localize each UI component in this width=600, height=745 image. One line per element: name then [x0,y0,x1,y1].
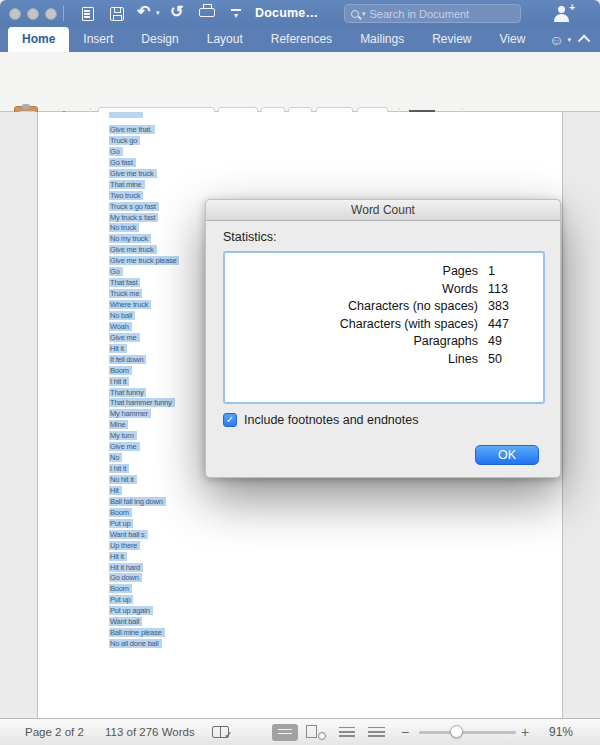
document-line[interactable]: Go [109,140,179,151]
document-line[interactable]: No all done ball [109,632,179,643]
document-line[interactable]: Put up again [109,599,179,610]
ribbon-tab[interactable]: Home [8,27,69,52]
document-line[interactable]: My turn [109,424,179,435]
search-input[interactable] [370,8,514,20]
document-line[interactable]: Boom [109,577,179,588]
document-line[interactable]: Go fast [109,151,179,162]
document-line[interactable]: Put up [109,512,179,523]
zoom-level-label[interactable]: 91% [549,719,573,745]
document-line[interactable]: Where truck [109,293,179,304]
notebook-layout-view-button[interactable] [306,725,326,740]
document-line[interactable]: Truck me [109,282,179,293]
document-line[interactable]: Give me [109,326,179,337]
document-line[interactable]: Hit [109,479,179,490]
zoom-in-button[interactable]: + [521,719,529,745]
document-line[interactable]: My truck s fast [109,206,179,217]
notebook-page [306,725,317,738]
statistic-label: Words [225,281,478,299]
notebook-clock [318,732,326,740]
ribbon-tab[interactable]: Layout [193,27,257,52]
statistic-value: 49 [488,333,543,351]
search-field[interactable]: ▾ [344,4,521,23]
search-icon [351,10,359,18]
zoom-window-button[interactable] [45,8,57,20]
word-count-status[interactable]: 113 of 276 Words [105,719,195,745]
document-line[interactable]: Go down [109,566,179,577]
selected-text: No all done ball [109,639,162,648]
document-line[interactable]: Hit it hard [109,556,179,567]
document-line[interactable]: No hit it [109,468,179,479]
print-layout-lines [278,729,292,737]
undo-dropdown-icon[interactable]: ▾ [156,9,160,17]
document-line[interactable]: That funny [109,381,179,392]
document-line[interactable]: No my truck [109,227,179,238]
page-count-status[interactable]: Page 2 of 2 [25,719,84,745]
draft-view-button[interactable] [368,727,385,738]
document-line[interactable]: Put up [109,588,179,599]
statistic-row: Pages 1 [225,263,543,281]
ribbon-tab[interactable]: View [486,27,540,52]
document-line[interactable]: Woah [109,315,179,326]
document-line[interactable]: Want ball s [109,523,179,534]
feedback-smiley-icon[interactable]: ☺ [549,32,563,48]
document-line[interactable]: That mine [109,173,179,184]
close-window-button[interactable] [9,8,21,20]
titlebar-divider [63,6,64,21]
statistics-box: Pages 1 Words 113 Characters (no spaces)… [223,251,545,404]
document-line[interactable]: That fast [109,271,179,282]
document-line[interactable]: Ball mine please [109,621,179,632]
toolbar-options-icon[interactable]: ▾ [231,9,241,19]
document-line[interactable]: No [109,446,179,457]
redo-icon[interactable]: ↺ [170,4,183,20]
selected-text-lines: Give me that. Truck go Go Go fast Give m… [109,118,179,643]
ribbon-tab[interactable]: Design [127,27,192,52]
zoom-slider-track[interactable] [419,731,516,734]
search-scope-caret-icon[interactable]: ▾ [362,10,366,18]
dialog-body: Statistics: Pages 1 Words 113 Characters… [206,221,560,427]
ok-button[interactable]: OK [475,445,539,465]
ribbon-tab[interactable]: Insert [69,27,127,52]
outline-view-button[interactable] [339,727,355,738]
save-icon[interactable] [110,7,124,21]
ribbon-tab[interactable]: References [257,27,346,52]
statistic-label: Paragraphs [225,333,478,351]
document-line[interactable]: Truck s go fast [109,195,179,206]
document-line[interactable]: Give me that. [109,118,179,129]
statistic-row: Paragraphs 49 [225,333,543,351]
minimize-window-button[interactable] [27,8,39,20]
document-line[interactable]: That hammer funny [109,391,179,402]
word-window: ↶ ▾ ↺ ▾ Docume… ▾ + HomeInsertDesignLayo… [0,0,600,745]
document-line[interactable]: I hit it [109,370,179,381]
zoom-slider-knob[interactable] [450,725,463,738]
spellcheck-icon[interactable]: ✓ [212,726,229,738]
statistic-row: Characters (with spaces) 447 [225,316,543,334]
footnotes-checkbox-row: ✓ Include footnotes and endnotes [223,413,543,427]
ribbon-tab[interactable]: Review [418,27,485,52]
include-footnotes-checkbox[interactable]: ✓ [223,413,237,427]
statistic-row: Words 113 [225,281,543,299]
print-layout-view-button[interactable] [272,724,298,741]
chevron-down-icon: ▾ [231,13,241,19]
feedback-caret-icon[interactable]: ▾ [567,36,571,44]
person-body [554,14,569,22]
document-line[interactable]: Give me truck [109,238,179,249]
document-line[interactable]: Hit it [109,337,179,348]
zoom-out-button[interactable]: − [401,719,409,745]
share-add-person-icon[interactable]: + [553,5,573,22]
new-document-icon[interactable] [82,7,94,21]
window-title: Docume… [255,0,318,27]
document-line[interactable]: It fell down [109,348,179,359]
undo-icon[interactable]: ↶ [137,4,150,20]
statistic-label: Pages [225,263,478,281]
document-line[interactable]: Hit it [109,545,179,556]
ribbon-tab[interactable]: Mailings [346,27,418,52]
document-line[interactable]: Give me truck please [109,249,179,260]
clipboard-clip [22,104,30,109]
document-line[interactable]: Give me [109,435,179,446]
dialog-title[interactable]: Word Count [206,200,560,221]
document-line[interactable]: Give me truck [109,162,179,173]
document-line[interactable]: Ball fall ing down [109,490,179,501]
print-icon[interactable] [199,8,215,17]
document-line[interactable]: I hit it [109,457,179,468]
collapse-ribbon-icon[interactable] [578,35,591,48]
